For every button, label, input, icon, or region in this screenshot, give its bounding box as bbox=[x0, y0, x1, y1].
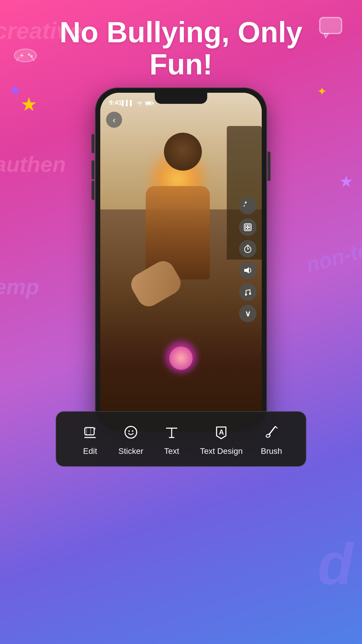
svg-point-23 bbox=[245, 294, 247, 296]
svg-line-40 bbox=[275, 426, 277, 428]
right-action-buttons: ∨ bbox=[239, 197, 256, 322]
music-button[interactable] bbox=[239, 283, 256, 301]
text-label: Text bbox=[164, 447, 179, 456]
back-icon: ‹ bbox=[113, 115, 116, 125]
bg-word-nontoxic: non-to bbox=[303, 237, 362, 277]
svg-text:A: A bbox=[219, 428, 224, 436]
svg-marker-22 bbox=[244, 267, 249, 274]
audio-button[interactable] bbox=[239, 262, 256, 279]
toolbar-item-sticker[interactable]: Sticker bbox=[118, 422, 143, 456]
svg-line-38 bbox=[269, 427, 275, 435]
svg-rect-11 bbox=[153, 102, 154, 104]
timer-icon bbox=[243, 244, 252, 253]
phone-mockup: 9:41 ▍▍▍ bbox=[95, 88, 267, 438]
svg-rect-17 bbox=[248, 228, 250, 230]
toolbar-item-text[interactable]: Text bbox=[161, 422, 182, 456]
music-icon bbox=[244, 288, 252, 296]
status-bar: 9:41 ▍▍▍ bbox=[100, 93, 262, 109]
edit-label: Edit bbox=[83, 447, 97, 456]
brush-label: Brush bbox=[261, 447, 282, 456]
phone-screen: 9:41 ▍▍▍ bbox=[100, 93, 262, 426]
star-purple-left: ★ bbox=[9, 82, 22, 99]
gallery-icon bbox=[243, 223, 252, 232]
svg-point-32 bbox=[129, 430, 130, 432]
toolbar-item-text-design[interactable]: A Text Design bbox=[200, 422, 242, 456]
brush-icon bbox=[261, 422, 282, 442]
text-design-icon: A bbox=[211, 422, 231, 442]
timer-button[interactable] bbox=[239, 240, 256, 258]
toolbar-item-brush[interactable]: Brush bbox=[261, 422, 282, 456]
more-button[interactable]: ∨ bbox=[239, 305, 256, 322]
chevron-down-icon: ∨ bbox=[245, 309, 251, 318]
phone-body: 9:41 ▍▍▍ bbox=[95, 88, 267, 432]
video-content bbox=[100, 93, 262, 426]
status-time: 9:41 bbox=[109, 99, 122, 106]
svg-rect-15 bbox=[248, 225, 250, 227]
star-yellow-big: ★ bbox=[20, 93, 37, 115]
svg-point-33 bbox=[132, 430, 133, 432]
wifi-icon bbox=[136, 101, 143, 106]
text-icon bbox=[161, 422, 182, 442]
toolbar-item-edit[interactable]: Edit bbox=[80, 422, 100, 456]
bg-word-empower: emp bbox=[0, 274, 39, 299]
bg-letter-d: d bbox=[318, 530, 353, 597]
svg-rect-14 bbox=[245, 225, 247, 227]
sticker-icon bbox=[121, 422, 141, 442]
star-yellow-small: ✦ bbox=[317, 85, 327, 98]
svg-rect-10 bbox=[146, 102, 151, 104]
battery-icon bbox=[145, 101, 154, 106]
svg-rect-25 bbox=[85, 428, 94, 435]
gallery-button[interactable] bbox=[239, 218, 256, 236]
rotate-button[interactable] bbox=[239, 197, 256, 214]
back-button[interactable]: ‹ bbox=[106, 112, 122, 128]
edit-icon bbox=[80, 422, 100, 442]
text-design-label: Text Design bbox=[200, 447, 242, 456]
rotate-icon bbox=[243, 201, 252, 210]
signal-icon: ▍▍▍ bbox=[122, 100, 134, 106]
svg-point-39 bbox=[266, 434, 271, 438]
svg-rect-16 bbox=[245, 228, 247, 230]
audio-icon bbox=[243, 266, 252, 275]
page-title: No Bullying, Only Fun! bbox=[0, 16, 362, 80]
sticker-label: Sticker bbox=[118, 447, 143, 456]
bg-word-authentic: authen bbox=[0, 152, 66, 177]
bottom-toolbar: Edit Sticker bbox=[56, 411, 306, 467]
svg-point-24 bbox=[249, 293, 251, 295]
star-purple-right: ★ bbox=[339, 172, 353, 191]
